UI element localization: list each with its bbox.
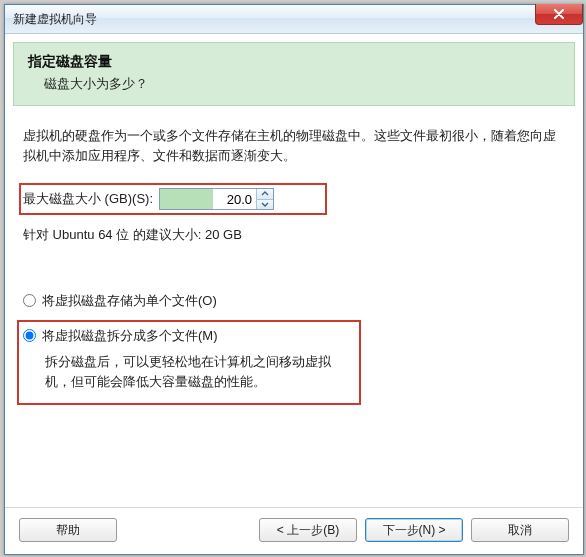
disk-size-spinner bbox=[159, 188, 274, 210]
recommendation-text: 针对 Ubuntu 64 位 的建议大小: 20 GB bbox=[23, 225, 565, 245]
split-option-box: 将虚拟磁盘拆分成多个文件(M) 拆分磁盘后，可以更轻松地在计算机之间移动虚拟机，… bbox=[17, 320, 361, 405]
titlebar: 新建虚拟机向导 bbox=[5, 5, 583, 34]
radio-single-file-label: 将虚拟磁盘存储为单个文件(O) bbox=[42, 291, 217, 311]
header-title: 指定磁盘容量 bbox=[28, 53, 560, 71]
close-icon bbox=[553, 9, 565, 19]
disk-size-row: 最大磁盘大小 (GB)(S): bbox=[19, 183, 327, 215]
disk-size-input[interactable] bbox=[160, 189, 256, 209]
spinner-buttons bbox=[256, 189, 273, 209]
radio-single-file-input[interactable] bbox=[23, 294, 36, 307]
close-button[interactable] bbox=[535, 4, 583, 25]
cancel-button[interactable]: 取消 bbox=[471, 518, 569, 542]
footer: 帮助 < 上一步(B) 下一步(N) > 取消 bbox=[5, 507, 583, 554]
radio-split-file-label: 将虚拟磁盘拆分成多个文件(M) bbox=[42, 326, 218, 346]
chevron-up-icon bbox=[261, 191, 269, 196]
spinner-up-button[interactable] bbox=[257, 189, 273, 200]
header-subtitle: 磁盘大小为多少？ bbox=[28, 75, 560, 93]
wizard-window: 新建虚拟机向导 指定磁盘容量 磁盘大小为多少？ 虚拟机的硬盘作为一个或多个文件存… bbox=[4, 4, 584, 555]
radio-split-file[interactable]: 将虚拟磁盘拆分成多个文件(M) bbox=[23, 326, 353, 346]
help-button[interactable]: 帮助 bbox=[19, 518, 117, 542]
description-text: 虚拟机的硬盘作为一个或多个文件存储在主机的物理磁盘中。这些文件最初很小，随着您向… bbox=[23, 126, 565, 165]
radio-split-file-input[interactable] bbox=[23, 329, 36, 342]
split-description: 拆分磁盘后，可以更轻松地在计算机之间移动虚拟机，但可能会降低大容量磁盘的性能。 bbox=[23, 348, 353, 396]
next-button[interactable]: 下一步(N) > bbox=[365, 518, 463, 542]
window-title: 新建虚拟机向导 bbox=[13, 11, 97, 28]
disk-size-label: 最大磁盘大小 (GB)(S): bbox=[21, 189, 153, 209]
radio-single-file[interactable]: 将虚拟磁盘存储为单个文件(O) bbox=[23, 291, 565, 311]
spinner-down-button[interactable] bbox=[257, 200, 273, 210]
back-button[interactable]: < 上一步(B) bbox=[259, 518, 357, 542]
content-area: 虚拟机的硬盘作为一个或多个文件存储在主机的物理磁盘中。这些文件最初很小，随着您向… bbox=[5, 106, 583, 507]
header-panel: 指定磁盘容量 磁盘大小为多少？ bbox=[13, 42, 575, 106]
chevron-down-icon bbox=[261, 202, 269, 207]
